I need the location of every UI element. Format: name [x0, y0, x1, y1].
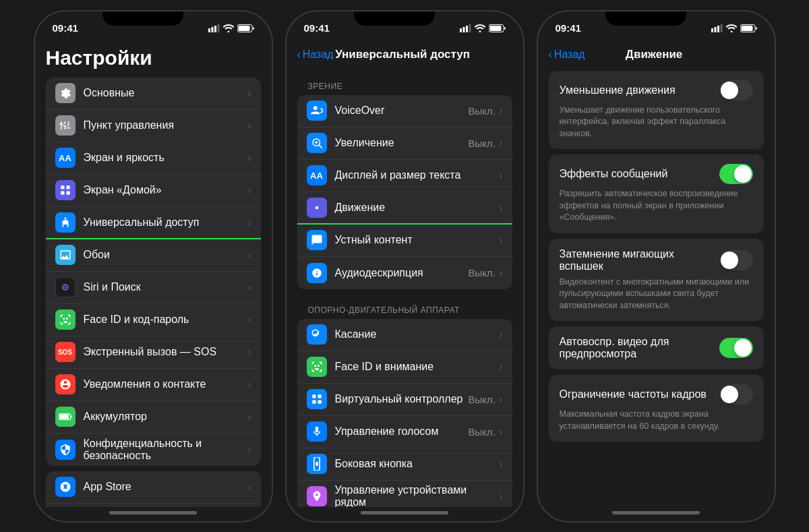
message-effects-toggle[interactable]: [719, 164, 753, 184]
settings-row-display[interactable]: AA Экран и яркость ›: [46, 142, 261, 175]
sos-icon: SOS: [55, 342, 76, 362]
siri-svg: [59, 281, 71, 293]
settings-row-basic[interactable]: Основные ›: [46, 78, 261, 110]
display-icon: AA: [55, 148, 76, 168]
svg-point-17: [64, 217, 66, 219]
phone3-content: ‹ Назад Движение Уменьшение движения Уме…: [538, 41, 775, 507]
svg-line-32: [319, 145, 322, 148]
svg-rect-40: [312, 401, 316, 404]
svg-rect-2: [214, 26, 216, 32]
motion-svg: [311, 202, 323, 214]
settings-row-privacy[interactable]: Конфиденциальность и безопасность ›: [46, 434, 261, 466]
nav-bar-3: ‹ Назад Движение: [538, 41, 775, 71]
settings-row-battery[interactable]: Аккумулятор ›: [46, 401, 261, 434]
settings-row-appstore[interactable]: App Store ›: [46, 471, 261, 504]
dynamic-island-2: [354, 10, 435, 26]
row-side[interactable]: Боковая кнопка ›: [297, 448, 512, 481]
row-spoken[interactable]: Устный контент ›: [297, 225, 512, 257]
section-header-motor: ОПОРНО-ДВИГАТЕЛЬНЫЙ АППАРАТ: [297, 295, 512, 319]
settings-row-contact[interactable]: Уведомления о контакте ›: [46, 369, 261, 401]
row-audiodesc[interactable]: Аудиодескрипция Выкл. ›: [297, 257, 512, 289]
battery-label: Аккумулятор: [84, 411, 248, 423]
limit-framerate-knob: [721, 386, 738, 403]
toggle-message-effects-top: Эффекты сообщений: [560, 164, 753, 184]
settings-row-siri[interactable]: Siri и Поиск ›: [46, 272, 261, 304]
switch-chevron: ›: [500, 394, 503, 405]
svg-rect-24: [460, 28, 462, 32]
home-label: Экран «Домой»: [84, 184, 248, 196]
switch-svg: [311, 393, 323, 405]
voice-value: Выкл.: [468, 426, 495, 438]
privacy-label: Конфиденциальность и безопасность: [84, 438, 248, 462]
zoom-value: Выкл.: [468, 138, 495, 149]
svg-rect-61: [720, 24, 722, 32]
row-nearby[interactable]: Управление устройствами рядом ›: [297, 481, 512, 507]
row-switch[interactable]: Виртуальный контроллер Выкл. ›: [297, 384, 512, 416]
settings-row-wallet[interactable]: Wallet и Apple Pay ›: [46, 504, 261, 507]
status-icons-3: [711, 24, 757, 32]
status-time-1: 09:41: [53, 22, 78, 34]
appstore-svg: [59, 481, 71, 493]
limit-framerate-toggle[interactable]: [719, 384, 753, 405]
contact-chevron: ›: [248, 379, 251, 390]
voiceover-icon: [307, 100, 327, 121]
accessibility-icon: [55, 212, 76, 233]
settings-row-sos[interactable]: SOS Экстренный вызов — SOS ›: [46, 336, 261, 369]
faceid-chevron: ›: [248, 314, 251, 325]
svg-rect-43: [316, 462, 318, 467]
row-textsize[interactable]: AA Дисплей и размер текста ›: [297, 160, 512, 192]
row-faceidatt[interactable]: Face ID и внимание ›: [297, 351, 512, 384]
contact-icon: [55, 374, 76, 394]
textsize-chevron: ›: [500, 170, 503, 181]
wifi-icon-3: [726, 24, 737, 32]
battery-icon-2: [489, 24, 506, 32]
settings-row-accessibility[interactable]: Универсальный доступ ›: [46, 207, 261, 239]
row-zoom[interactable]: Увеличение Выкл. ›: [297, 127, 512, 160]
spoken-chevron: ›: [500, 235, 503, 245]
limit-framerate-desc: Максимальная частота кадров экрана устан…: [560, 409, 753, 432]
reduce-motion-toggle[interactable]: [719, 80, 753, 100]
grid-icon: [59, 184, 71, 196]
back-label-2: Назад: [303, 49, 334, 61]
sos-text: SOS: [58, 349, 72, 356]
settings-row-control[interactable]: Пункт управления ›: [46, 110, 261, 142]
privacy-icon: [55, 440, 76, 460]
row-voice[interactable]: Управление голосом Выкл. ›: [297, 416, 512, 448]
accessibility-label: Универсальный доступ: [84, 216, 248, 229]
back-label-3: Назад: [554, 49, 585, 61]
spoken-label: Устный контент: [335, 234, 500, 246]
svg-rect-7: [64, 121, 65, 125]
signal-icon-3: [711, 24, 723, 32]
dim-flashing-toggle[interactable]: [719, 250, 753, 270]
touch-icon: [307, 324, 327, 345]
zoom-label: Увеличение: [335, 137, 469, 149]
home-bar-1: [109, 511, 197, 514]
reduce-motion-desc: Уменьшает движение пользовательского инт…: [560, 105, 753, 140]
svg-rect-13: [61, 185, 64, 189]
message-effects-desc: Разрешить автоматическое воспроизведение…: [560, 188, 753, 224]
audiodesc-value: Выкл.: [468, 267, 495, 278]
display-chevron: ›: [248, 152, 251, 163]
settings-group-1: Основные › Пункт управления › AA Экра: [46, 78, 261, 466]
section-header-vision: ЗРЕНИЕ: [297, 71, 512, 95]
voice-chevron: ›: [500, 426, 503, 437]
wifi-icon-2: [475, 24, 485, 32]
autoplay-video-toggle[interactable]: [719, 338, 753, 358]
voiceover-label: VoiceOver: [335, 105, 469, 117]
nearby-chevron: ›: [500, 491, 503, 502]
svg-rect-14: [66, 185, 69, 189]
row-voiceover[interactable]: VoiceOver Выкл. ›: [297, 95, 512, 127]
settings-row-home[interactable]: Экран «Домой» ›: [46, 175, 261, 207]
svg-rect-12: [59, 123, 63, 125]
nearby-label: Управление устройствами рядом: [335, 484, 500, 507]
wallpaper-icon: [55, 245, 76, 265]
settings-row-faceid[interactable]: Face ID и код-пароль ›: [46, 304, 261, 336]
toggle-reduce-motion: Уменьшение движения Уменьшает движение п…: [549, 71, 764, 150]
nav-back-3[interactable]: ‹ Назад: [549, 49, 585, 61]
row-touch[interactable]: Касание ›: [297, 319, 512, 351]
row-motion[interactable]: Движение ›: [297, 192, 512, 225]
svg-rect-25: [462, 27, 465, 32]
settings-row-wallpaper[interactable]: Обои ›: [46, 239, 261, 272]
nav-back-2[interactable]: ‹ Назад: [297, 49, 334, 61]
appstore-label: App Store: [84, 481, 248, 493]
